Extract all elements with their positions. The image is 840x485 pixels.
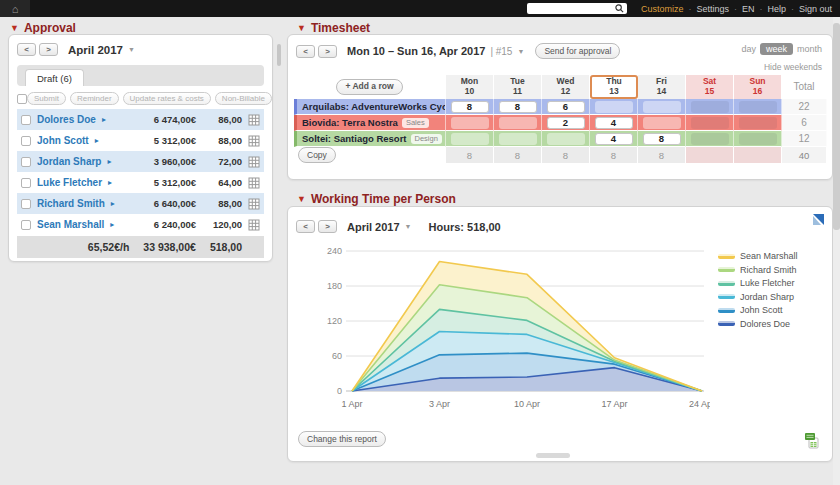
copy-button[interactable]: Copy (298, 147, 336, 163)
timesheet-grid-icon[interactable] (248, 156, 260, 168)
collapse-timesheet-icon[interactable]: ▼ (297, 23, 306, 33)
expand-report-icon[interactable] (813, 214, 824, 225)
day-header-sun[interactable]: Sun16 (734, 75, 782, 99)
hour-cell[interactable] (638, 99, 686, 115)
collapse-working-time-icon[interactable]: ▼ (297, 194, 306, 204)
hour-input[interactable]: 8 (499, 101, 537, 113)
view-month[interactable]: month (797, 44, 822, 54)
add-row-button[interactable]: + Add a row (336, 79, 402, 95)
chart-prev-month-button[interactable]: < (296, 220, 315, 233)
timesheet-grid-icon[interactable] (248, 219, 260, 231)
hour-input[interactable] (499, 133, 537, 145)
expand-person-icon[interactable]: ▸ (102, 115, 106, 124)
hour-input[interactable]: 4 (595, 133, 633, 145)
hour-input[interactable] (451, 133, 489, 145)
expand-person-icon[interactable]: ▸ (111, 199, 115, 208)
non-billable-button[interactable]: Non-Billable (215, 92, 272, 105)
approval-scrollbar-thumb[interactable] (277, 44, 281, 66)
timesheet-week-number[interactable]: | #15 (490, 46, 512, 57)
hour-input[interactable] (547, 133, 585, 145)
chart-month-label[interactable]: April 2017 (347, 221, 400, 233)
day-header-sat[interactable]: Sat15 (686, 75, 734, 99)
project-row-label[interactable]: Biovida: Terra NostraSales (294, 115, 446, 131)
collapse-approval-icon[interactable]: ▼ (10, 23, 19, 33)
row-checkbox[interactable] (21, 199, 31, 209)
day-header-thu[interactable]: Thu13 (590, 75, 638, 99)
home-icon[interactable]: ⌂ (0, 0, 30, 17)
timesheet-next-week-button[interactable]: > (318, 45, 337, 58)
chart-next-month-button[interactable]: > (318, 220, 337, 233)
expand-person-icon[interactable]: ▸ (95, 136, 99, 145)
timesheet-grid-icon[interactable] (248, 198, 260, 210)
hour-input[interactable]: 8 (643, 133, 681, 145)
hour-input[interactable] (451, 117, 489, 129)
hour-input[interactable] (643, 117, 681, 129)
hour-cell[interactable] (638, 115, 686, 131)
timesheet-week-label[interactable]: Mon 10 – Sun 16, Apr 2017 (347, 45, 485, 57)
hour-cell[interactable] (542, 131, 590, 147)
hour-cell[interactable]: 8 (638, 131, 686, 147)
change-report-button[interactable]: Change this report (298, 431, 386, 447)
chevron-down-icon[interactable]: ▼ (405, 223, 412, 230)
hour-input[interactable]: 4 (595, 117, 633, 129)
hour-cell[interactable]: 8 (446, 99, 494, 115)
hour-cell[interactable]: 8 (494, 99, 542, 115)
project-row-label[interactable]: Soltei: Santiago ResortDesign (294, 131, 446, 147)
chevron-down-icon[interactable]: ▼ (128, 46, 135, 53)
approval-next-month-button[interactable]: > (39, 43, 58, 56)
project-row-label[interactable]: Arquilabs: AdventureWorks CyclesAnalysis (294, 99, 446, 115)
hour-cell[interactable]: 4 (590, 131, 638, 147)
row-checkbox[interactable] (21, 178, 31, 188)
person-name-link[interactable]: Dolores Doe (37, 114, 96, 125)
row-checkbox[interactable] (21, 136, 31, 146)
timesheet-prev-week-button[interactable]: < (296, 45, 315, 58)
row-checkbox[interactable] (21, 220, 31, 230)
tab-draft[interactable]: Draft (6) (25, 69, 84, 86)
hour-input[interactable]: 2 (547, 117, 585, 129)
timesheet-grid-icon[interactable] (248, 114, 260, 126)
hour-cell[interactable]: 4 (590, 115, 638, 131)
hide-weekends-link[interactable]: Hide weekends (764, 62, 822, 72)
person-name-link[interactable]: Luke Fletcher (37, 177, 102, 188)
approval-prev-month-button[interactable]: < (17, 43, 36, 56)
search-icon[interactable] (615, 4, 624, 13)
day-header-mon[interactable]: Mon10 (446, 75, 494, 99)
day-header-tue[interactable]: Tue11 (494, 75, 542, 99)
approval-month-label[interactable]: April 2017 (68, 44, 123, 56)
horizontal-scrollbar-thumb[interactable] (536, 453, 570, 458)
hour-input[interactable] (595, 101, 633, 113)
expand-person-icon[interactable]: ▸ (107, 157, 111, 166)
hour-input[interactable] (499, 117, 537, 129)
update-rates-costs-button[interactable]: Update rates & costs (123, 92, 211, 105)
hour-cell[interactable] (446, 115, 494, 131)
timesheet-grid-icon[interactable] (248, 135, 260, 147)
person-name-link[interactable]: John Scott (37, 135, 89, 146)
view-day[interactable]: day (741, 44, 756, 54)
hour-input[interactable]: 6 (547, 101, 585, 113)
menu-sign-out[interactable]: Sign out (799, 4, 832, 14)
send-for-approval-button[interactable]: Send for approval (535, 43, 620, 59)
timesheet-grid-icon[interactable] (248, 177, 260, 189)
reminder-button[interactable]: Reminder (70, 92, 119, 105)
row-checkbox[interactable] (21, 115, 31, 125)
expand-person-icon[interactable]: ▸ (108, 178, 112, 187)
expand-person-icon[interactable]: ▸ (110, 220, 114, 229)
search-input[interactable] (531, 4, 615, 13)
submit-button[interactable]: Submit (27, 92, 66, 105)
chevron-down-icon[interactable]: ▼ (517, 48, 524, 55)
person-name-link[interactable]: Sean Marshall (37, 219, 104, 230)
hour-cell[interactable]: 2 (542, 115, 590, 131)
hour-input[interactable]: 8 (451, 101, 489, 113)
row-checkbox[interactable] (21, 157, 31, 167)
menu-settings[interactable]: Settings (696, 4, 729, 14)
menu-customize[interactable]: Customize (641, 4, 684, 14)
day-header-wed[interactable]: Wed12 (542, 75, 590, 99)
person-name-link[interactable]: Richard Smith (37, 198, 105, 209)
page-scrollbar-thumb[interactable] (833, 23, 840, 230)
hour-cell[interactable] (494, 131, 542, 147)
hour-cell[interactable] (446, 131, 494, 147)
menu-help[interactable]: Help (767, 4, 786, 14)
day-header-fri[interactable]: Fri14 (638, 75, 686, 99)
select-all-checkbox[interactable] (17, 94, 27, 104)
export-excel-icon[interactable] (805, 433, 820, 449)
